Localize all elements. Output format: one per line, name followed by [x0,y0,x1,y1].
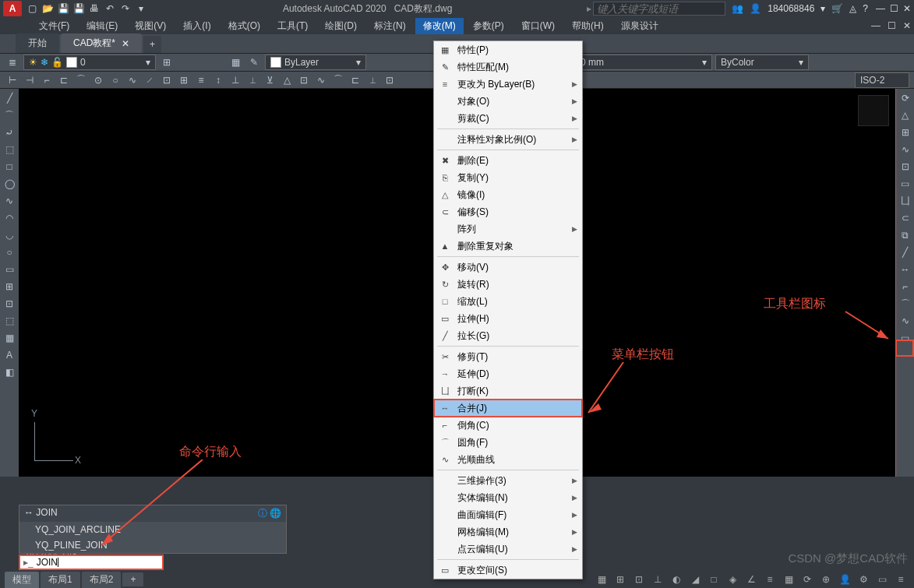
cart-icon[interactable]: 🛒 [831,3,843,14]
viewcube[interactable] [858,95,889,126]
draw-tool-7[interactable]: ∿ [125,72,140,88]
left-tool-10[interactable]: ▭ [2,262,17,277]
redo-icon[interactable]: ↷ [118,2,132,16]
color-dropdown[interactable]: ByColor ▾ [715,55,809,70]
menu-11[interactable]: 帮助(H) [564,18,612,34]
draw-tool-1[interactable]: ⊣ [22,72,37,88]
menu-item-17[interactable]: □缩放(L) [434,293,582,310]
menu-item-31[interactable]: 曲面编辑(F)▶ [434,506,582,523]
right-tool-6[interactable]: 凵 [898,193,913,209]
draw-tool-10[interactable]: ⊞ [176,72,192,88]
model-tab[interactable]: 模型 [5,572,39,588]
draw-tool-4[interactable]: ⌒ [73,72,89,88]
draw-tool-16[interactable]: △ [279,72,295,88]
menu-5[interactable]: 工具(T) [270,18,316,34]
status-ortho-icon[interactable]: ⊥ [649,572,666,586]
draw-tool-14[interactable]: ⟂ [245,72,260,88]
left-tool-6[interactable]: ∿ [2,193,17,209]
left-tool-8[interactable]: ◡ [2,227,17,243]
menu-item-16[interactable]: ↻旋转(R) [434,276,582,293]
mdi-min-button[interactable]: — [869,19,883,33]
help-icon[interactable]: ? [863,3,868,14]
left-tool-16[interactable]: ◧ [2,364,17,380]
match-props-icon[interactable]: ✎ [246,55,262,70]
menu-item-21[interactable]: ✂修剪(T) [434,348,582,365]
tab-add-button[interactable]: + [143,36,161,53]
linetype-dropdown[interactable]: ByLayer ▾ [265,55,366,70]
menu-12[interactable]: 源泉设计 [613,18,666,34]
menu-item-15[interactable]: ✥移动(V) [434,259,582,276]
save-icon[interactable]: 💾 [56,2,70,16]
menu-item-10[interactable]: △镜像(I) [434,186,582,203]
menu-7[interactable]: 标注(N) [366,18,414,34]
menu-item-12[interactable]: 阵列▶ [434,220,582,238]
user-id[interactable]: 184068846 [768,3,814,14]
menu-item-9[interactable]: ⎘复制(Y) [434,169,582,186]
draw-tool-2[interactable]: ⌐ [39,72,55,88]
menu-9[interactable]: 参数(P) [465,18,512,34]
plot-icon[interactable]: 🖶 [87,2,101,16]
menu-item-19[interactable]: ╱拉长(G) [434,327,582,344]
left-tool-2[interactable]: ⤾ [2,125,17,140]
menu-item-24[interactable]: ↔合并(J) [434,400,582,417]
menu-item-1[interactable]: ✎特性匹配(M) [434,58,582,76]
status-otrack-icon[interactable]: ∠ [743,572,760,586]
app-logo[interactable]: A [3,1,22,16]
left-tool-4[interactable]: □ [2,159,17,174]
draw-tool-18[interactable]: ∿ [313,72,329,88]
left-tool-9[interactable]: ○ [2,245,17,260]
maximize-button[interactable]: ☐ [890,3,898,14]
status-custom-icon[interactable]: ≡ [892,572,909,586]
menu-item-26[interactable]: ⌒圆角(F) [434,434,582,451]
right-tool-4[interactable]: ⊡ [898,159,913,174]
new-icon[interactable]: ▢ [25,2,39,16]
status-lwt-icon[interactable]: ≡ [761,572,778,586]
draw-tool-0[interactable]: ⊢ [5,72,20,88]
right-tool-0[interactable]: ⟳ [898,90,913,106]
user-more-icon[interactable]: ▾ [820,3,825,14]
draw-tool-12[interactable]: ↕ [210,72,226,88]
layer-match-icon[interactable]: ⊞ [159,55,175,70]
menu-item-2[interactable]: ≡更改为 ByLayer(B)▶ [434,76,582,93]
info-icon[interactable]: ⓘ [258,508,267,519]
menu-item-8[interactable]: ✖删除(E) [434,152,582,169]
command-input[interactable]: JOIN [37,557,58,568]
menu-item-0[interactable]: ▦特性(P) [434,41,582,58]
menu-item-33[interactable]: 点云编辑(U)▶ [434,540,582,558]
infocenter-icon[interactable]: 👥 [732,3,743,14]
left-tool-14[interactable]: ▦ [2,330,17,346]
search-input[interactable] [593,2,725,16]
minimize-button[interactable]: — [876,3,885,14]
right-tool-7[interactable]: ⊂ [898,210,913,226]
qat-more-icon[interactable]: ▾ [134,2,148,16]
status-polar-icon[interactable]: ◐ [668,572,685,586]
menu-item-6[interactable]: 注释性对象比例(O)▶ [434,131,582,148]
menu-item-4[interactable]: 剪裁(C)▶ [434,110,582,127]
layer-dropdown[interactable]: ☀❄🔓 0 ▾ [23,55,156,70]
menu-item-25[interactable]: ⌐倒角(C) [434,417,582,434]
layout-tab-2[interactable]: 布局2 [82,572,122,588]
draw-tool-17[interactable]: ⊡ [296,72,312,88]
menu-2[interactable]: 视图(V) [127,18,174,34]
right-tool-13[interactable]: ∿ [898,313,913,329]
status-annomon-icon[interactable]: ⊕ [817,572,835,586]
status-3dosnap-icon[interactable]: ◈ [724,572,741,586]
draw-tool-22[interactable]: ⊡ [382,72,397,88]
undo-icon[interactable]: ↶ [103,2,117,16]
draw-tool-9[interactable]: ⊡ [159,72,175,88]
globe-icon[interactable]: 🌐 [270,508,281,519]
draw-tool-19[interactable]: ⌒ [330,72,346,88]
draw-tool-5[interactable]: ⊙ [90,72,106,88]
open-icon[interactable]: 📂 [41,2,55,16]
object-props-icon[interactable]: ▦ [228,55,243,70]
left-tool-1[interactable]: ⌒ [2,107,17,123]
add-layout-button[interactable]: + [122,572,143,586]
menu-item-11[interactable]: ⊂偏移(S) [434,203,582,220]
status-snap-icon[interactable]: ⊡ [630,572,648,586]
tab-cad-tutorial[interactable]: CAD教程* ✕ [61,33,142,53]
apps-icon[interactable]: ◬ [849,3,856,14]
menu-8[interactable]: 修改(M) [415,18,464,34]
draw-tool-21[interactable]: ⟂ [365,72,380,88]
status-annoscale-icon[interactable]: 👤 [836,572,853,586]
saveas-icon[interactable]: 💾 [72,2,86,16]
